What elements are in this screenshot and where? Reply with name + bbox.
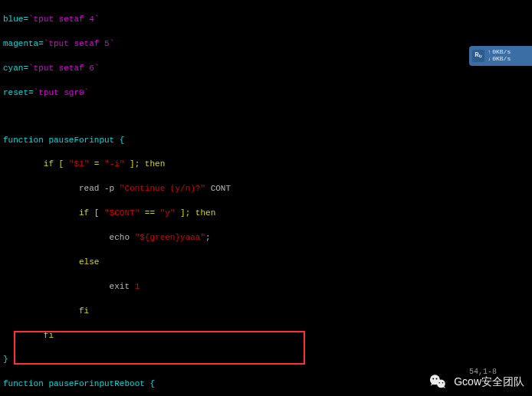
svg-point-5	[442, 382, 444, 384]
code-line: function pauseForinput {	[3, 135, 529, 147]
code-line: fi	[3, 330, 529, 342]
code-line: magenta=`tput setaf 5`	[3, 38, 529, 51]
svg-point-3	[436, 378, 438, 379]
code-line: read -p "Continue (y/n)?" CONT	[3, 183, 529, 195]
code-line: blue=`tput setaf 4`	[3, 14, 529, 26]
network-icon: R↻	[472, 50, 484, 62]
svg-point-2	[432, 378, 434, 379]
code-line: if [ "$CONT" == "y" ]; then	[3, 208, 529, 220]
svg-point-4	[439, 382, 441, 384]
code-line: cyan=`tput setaf 6`	[3, 63, 529, 75]
download-arrow-icon: ↓	[488, 57, 491, 63]
code-line: exit 1	[3, 281, 529, 293]
code-line: fi	[3, 306, 529, 318]
code-line: }	[3, 354, 529, 366]
svg-point-1	[437, 379, 445, 388]
terminal-code-view[interactable]: blue=`tput setaf 4` magenta=`tput setaf …	[0, 0, 532, 396]
code-line: else	[3, 257, 529, 269]
code-line: if [ "$1" = "-i" ]; then	[3, 159, 529, 171]
code-line: reset=`tput sgr0`	[3, 87, 529, 100]
wechat-icon	[428, 371, 448, 391]
network-speeds: ↑0KB/s ↓0KB/s	[488, 49, 511, 63]
watermark-text: Gcow安全团队	[454, 374, 524, 389]
upload-arrow-icon: ↑	[488, 50, 491, 56]
watermark: Gcow安全团队	[428, 371, 524, 391]
network-speed-widget[interactable]: R↻ ↑0KB/s ↓0KB/s	[469, 46, 532, 66]
code-line: echo "${green}yaaa";	[3, 232, 529, 244]
